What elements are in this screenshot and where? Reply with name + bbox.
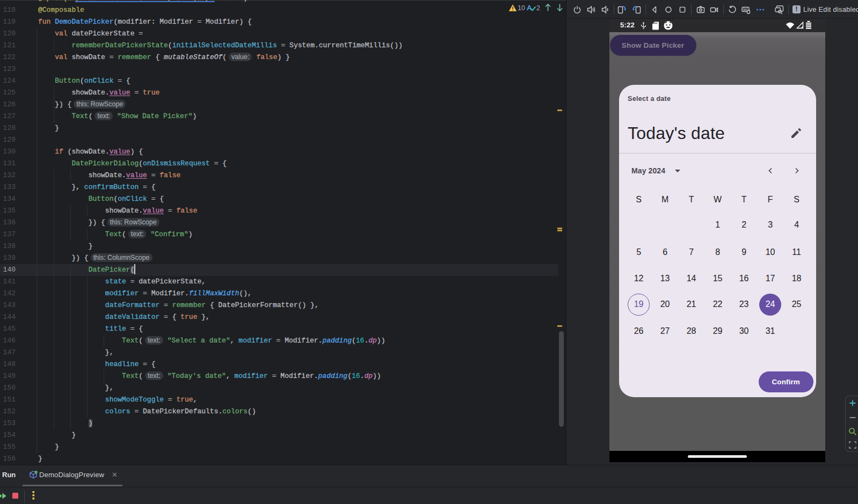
svg-text:A: A (527, 4, 532, 12)
